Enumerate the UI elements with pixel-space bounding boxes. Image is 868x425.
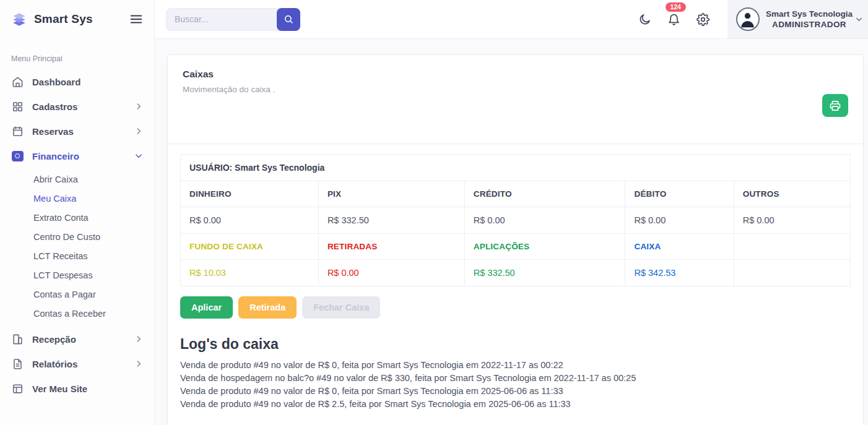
fechar-caixa-button[interactable]: Fechar Caixa — [302, 296, 380, 319]
caixas-card: Caixas Movimentação do caixa . — [167, 54, 864, 425]
table-row: R$ 0.00 R$ 332.50 R$ 0.00 R$ 0.00 R$ 0.0… — [181, 207, 851, 234]
browser-window-icon — [11, 382, 24, 395]
value-dinheiro: R$ 0.00 — [181, 207, 319, 234]
sidebar-item-recepcao[interactable]: Recepção — [0, 327, 154, 351]
layers-logo-icon — [11, 11, 27, 27]
retirada-button[interactable]: Retirada — [238, 296, 297, 319]
sidebar-item-label: Reservas — [32, 126, 74, 137]
menu-section-label: Menu Principal — [0, 38, 154, 69]
cash-table: USUÁRIO: Smart Sys Tecnologia DINHEIRO P… — [180, 154, 851, 286]
col-outros: OUTROS — [734, 181, 850, 207]
card-header: Caixas Movimentação do caixa . — [168, 55, 863, 144]
app-title: Smart Sys — [34, 12, 93, 26]
chevron-right-icon — [134, 335, 143, 343]
col-retiradas: RETIRADAS — [318, 234, 464, 260]
sidebar-subitem-meu-caixa[interactable]: Meu Caixa — [0, 189, 154, 208]
user-role: ADMINISTRADOR — [772, 20, 846, 29]
chevron-right-icon — [134, 102, 143, 111]
grid-icon — [11, 100, 24, 113]
log-entry: Venda de produto #49 no valor de R$ 0, f… — [180, 359, 851, 372]
gear-icon — [697, 13, 710, 26]
sidebar-subitem-extrato-conta[interactable]: Extrato Conta — [0, 208, 154, 227]
log-entry: Venda de produto #49 no valor de R$ 2.5,… — [180, 398, 851, 411]
search-button[interactable] — [277, 8, 300, 31]
col-pix: PIX — [318, 181, 464, 207]
building-icon — [11, 333, 24, 345]
sidebar-subitem-abrir-caixa[interactable]: Abrir Caixa — [0, 170, 154, 189]
search-icon — [284, 14, 293, 24]
document-icon — [11, 358, 24, 370]
value-caixa: R$ 342.53 — [625, 260, 734, 286]
sidebar-subitem-lct-receitas[interactable]: LCT Receitas — [0, 246, 154, 265]
col-fundo-de-caixa: FUNDO DE CAIXA — [181, 234, 319, 260]
sidebar-subitem-centro-de-custo[interactable]: Centro De Custo — [0, 227, 154, 246]
user-texts: Smart Sys Tecnologia ADMINISTRADOR — [766, 9, 853, 29]
page-title: Caixas — [183, 69, 848, 80]
hamburger-menu-icon[interactable] — [129, 12, 143, 26]
table-row: FUNDO DE CAIXA RETIRADAS APLICAÇÕES CAIX… — [181, 234, 851, 260]
sidebar-item-reservas[interactable]: Reservas — [0, 119, 154, 144]
sidebar-item-financeiro[interactable]: Financeiro — [0, 144, 154, 168]
value-pix: R$ 332.50 — [318, 207, 464, 234]
avatar — [736, 7, 760, 31]
printer-icon — [830, 100, 841, 111]
col-caixa: CAIXA — [625, 234, 734, 260]
chevron-down-icon — [855, 15, 863, 24]
sidebar-subitem-contas-a-pagar[interactable]: Contas a Pagar — [0, 285, 154, 304]
sidebar-item-label: Cadastros — [32, 101, 77, 112]
action-buttons: Aplicar Retirada Fechar Caixa — [180, 296, 851, 319]
aplicar-button[interactable]: Aplicar — [180, 296, 233, 319]
print-button[interactable] — [822, 94, 848, 117]
sidebar: Smart Sys Menu Principal Dashboard Cadas… — [0, 0, 155, 425]
chevron-down-icon — [134, 152, 143, 160]
topbar: 124 Smart Sys Tecnologia — [155, 0, 868, 39]
chevron-right-icon — [134, 359, 143, 368]
sidebar-item-relatorios[interactable]: Relatórios — [0, 351, 154, 376]
sidebar-item-cadastros[interactable]: Cadastros — [0, 94, 154, 119]
financeiro-submenu: Abrir Caixa Meu Caixa Extrato Conta Cent… — [0, 168, 154, 327]
settings-button[interactable] — [688, 7, 718, 32]
money-icon — [11, 150, 24, 162]
sidebar-item-label: Relatórios — [32, 359, 77, 369]
topbar-right: 124 Smart Sys Tecnologia — [630, 0, 868, 38]
user-name: Smart Sys Tecnologia — [766, 9, 853, 19]
user-menu[interactable]: Smart Sys Tecnologia ADMINISTRADOR — [727, 0, 868, 38]
calendar-icon — [11, 125, 24, 137]
sidebar-item-label: Dashboard — [32, 77, 80, 87]
sidebar-nav: Dashboard Cadastros Reservas — [0, 69, 154, 401]
sidebar-subitem-contas-a-receber[interactable]: Contas a Receber — [0, 304, 154, 323]
value-fundo-de-caixa: R$ 10.03 — [181, 260, 319, 286]
table-row: R$ 10.03 R$ 0.00 R$ 332.50 R$ 342.53 — [181, 260, 851, 286]
moon-icon — [638, 13, 651, 26]
bell-icon — [667, 13, 680, 26]
notification-badge: 124 — [665, 2, 686, 12]
app-root: Smart Sys Menu Principal Dashboard Cadas… — [0, 0, 868, 425]
value-outros: R$ 0.00 — [734, 207, 850, 234]
sidebar-item-dashboard[interactable]: Dashboard — [0, 69, 154, 94]
logs-title: Log's do caixa — [180, 336, 851, 353]
search-bar — [166, 8, 300, 31]
value-aplicacoes: R$ 332.50 — [464, 260, 625, 286]
main-area: 124 Smart Sys Tecnologia — [155, 0, 868, 425]
sidebar-item-label: Financeiro — [32, 151, 79, 161]
value-retiradas: R$ 0.00 — [318, 260, 464, 286]
col-debito: DÉBITO — [625, 181, 734, 207]
sidebar-item-label: Ver Meu Site — [32, 384, 87, 394]
col-credito: CRÉDITO — [464, 181, 625, 207]
col-aplicacoes: APLICAÇÕES — [464, 234, 625, 260]
log-entry: Venda de produto #49 no valor de R$ 0, f… — [180, 385, 851, 398]
page-subtitle: Movimentação do caixa . — [183, 85, 848, 94]
col-empty — [734, 234, 850, 260]
table-row: USUÁRIO: Smart Sys Tecnologia — [181, 155, 851, 181]
col-dinheiro: DINHEIRO — [181, 181, 319, 207]
sidebar-item-ver-meu-site[interactable]: Ver Meu Site — [0, 376, 154, 401]
sidebar-subitem-lct-despesas[interactable]: LCT Despesas — [0, 265, 154, 285]
dark-mode-toggle[interactable] — [630, 7, 659, 32]
notifications-button[interactable]: 124 — [659, 7, 688, 32]
logo-row: Smart Sys — [0, 0, 154, 38]
content: Caixas Movimentação do caixa . — [155, 39, 868, 425]
table-row: DINHEIRO PIX CRÉDITO DÉBITO OUTROS — [181, 181, 851, 207]
value-credito: R$ 0.00 — [464, 207, 625, 234]
log-entry: Venda de hospedagem no balc?o #49 no val… — [180, 372, 851, 385]
card-body: USUÁRIO: Smart Sys Tecnologia DINHEIRO P… — [168, 144, 863, 421]
